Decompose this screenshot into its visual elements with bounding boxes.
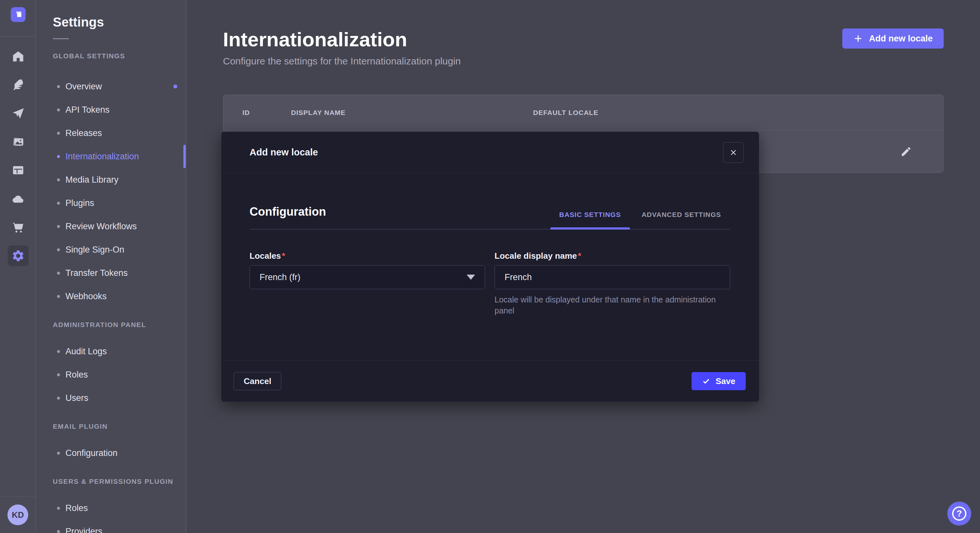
sidebar-item-releases[interactable]: Releases xyxy=(53,121,186,145)
modal-footer: Cancel Save xyxy=(221,360,759,401)
rail-divider-bottom xyxy=(0,497,36,497)
active-indicator xyxy=(183,145,186,168)
settings-tabs: Basic Settings Advanced Settings xyxy=(550,211,730,229)
gear-icon xyxy=(11,249,25,263)
locales-select[interactable]: French (fr) xyxy=(250,265,485,289)
modal-fields: Locales* French (fr) Locale display name… xyxy=(250,251,730,316)
sidebar-item-transfer-tokens[interactable]: Transfer Tokens xyxy=(53,261,186,285)
column-header-default-locale: Default Locale xyxy=(533,109,943,117)
plus-icon xyxy=(853,34,863,43)
edit-locale-button[interactable] xyxy=(900,146,912,158)
sidebar-item-review-workflows[interactable]: Review Workflows xyxy=(53,215,186,238)
tab-advanced-settings[interactable]: Advanced Settings xyxy=(633,211,730,229)
sidebar-item-admin-users[interactable]: Users xyxy=(53,386,186,409)
home-icon[interactable] xyxy=(0,42,36,71)
sidebar-item-plugins[interactable]: Plugins xyxy=(53,191,186,215)
cancel-button[interactable]: Cancel xyxy=(234,372,281,390)
display-name-field: Locale display name* French Locale will … xyxy=(495,251,730,316)
modal-close-button[interactable] xyxy=(723,142,744,163)
column-header-display-name: Display Name xyxy=(291,109,533,117)
sidebar-item-admin-roles[interactable]: Roles xyxy=(53,363,186,386)
sidebar-title: Settings xyxy=(53,14,186,30)
add-new-locale-button[interactable]: Add new locale xyxy=(842,29,944,49)
layout-icon[interactable] xyxy=(0,156,36,185)
bullet-icon xyxy=(57,507,60,510)
notification-dot-icon xyxy=(173,84,177,89)
rail-divider xyxy=(0,36,36,36)
locales-label: Locales* xyxy=(250,251,285,261)
section-label-administration-panel: Administration Panel xyxy=(53,321,186,329)
sidebar-item-overview[interactable]: Overview xyxy=(53,75,186,98)
sidebar-item-internationalization[interactable]: Internationalization xyxy=(53,145,186,168)
section-label-email-plugin: Email Plugin xyxy=(53,423,186,430)
sidebar-item-media-library[interactable]: Media Library xyxy=(53,168,186,191)
section-label-global-settings: Global Settings xyxy=(53,52,186,60)
display-name-helper-text: Locale will be displayed under that name… xyxy=(495,294,724,316)
nav-list-users-permissions: Roles Providers xyxy=(53,497,186,533)
sidebar-item-email-configuration[interactable]: Configuration xyxy=(53,441,186,465)
paper-plane-icon[interactable] xyxy=(0,99,36,128)
bullet-icon xyxy=(57,248,60,251)
display-name-input[interactable]: French xyxy=(495,265,730,289)
nav-list-global: Overview API Tokens Releases Internation… xyxy=(53,75,186,308)
bullet-icon xyxy=(57,272,60,274)
add-new-locale-modal: Add new locale Configuration Basic Setti… xyxy=(221,132,759,401)
section-label-users-permissions: Users & Permissions Plugin xyxy=(53,477,186,485)
strapi-logo-icon xyxy=(13,10,23,19)
user-avatar[interactable]: KD xyxy=(8,504,28,525)
cloud-icon[interactable] xyxy=(0,185,36,213)
locales-select-value: French (fr) xyxy=(259,272,301,282)
locales-field: Locales* French (fr) xyxy=(250,251,485,316)
page-subtitle: Configure the settings for the Internati… xyxy=(223,56,461,67)
marketplace-cart-icon[interactable] xyxy=(0,213,36,241)
nav-list-email: Configuration xyxy=(53,441,186,465)
bullet-icon xyxy=(57,178,60,181)
required-asterisk: * xyxy=(578,251,581,261)
rail-nav xyxy=(0,42,36,270)
sidebar-item-single-sign-on[interactable]: Single Sign-On xyxy=(53,238,186,261)
feather-icon[interactable] xyxy=(0,71,36,99)
configuration-title: Configuration xyxy=(250,205,326,229)
help-button[interactable]: ? xyxy=(947,501,971,525)
icon-rail: KD xyxy=(0,0,36,533)
bullet-icon xyxy=(57,132,60,135)
settings-gear-item[interactable] xyxy=(0,241,36,270)
close-icon xyxy=(730,149,737,156)
sidebar-item-webhooks[interactable]: Webhooks xyxy=(53,285,186,308)
chevron-down-icon xyxy=(467,274,475,280)
sidebar-item-up-providers[interactable]: Providers xyxy=(53,520,186,533)
pencil-icon xyxy=(900,146,912,157)
bullet-icon xyxy=(57,155,60,158)
tab-basic-settings[interactable]: Basic Settings xyxy=(550,211,630,229)
display-name-value: French xyxy=(504,272,532,282)
bullet-icon xyxy=(57,350,60,353)
strapi-logo[interactable] xyxy=(11,7,25,22)
modal-title: Add new locale xyxy=(250,147,318,158)
bullet-icon xyxy=(57,202,60,205)
column-header-id: ID xyxy=(242,109,291,117)
sidebar-title-divider xyxy=(53,38,69,39)
required-asterisk: * xyxy=(282,251,285,261)
bullet-icon xyxy=(57,452,60,455)
modal-header: Add new locale xyxy=(221,132,759,173)
settings-gear-tile xyxy=(8,246,29,266)
question-mark-icon: ? xyxy=(952,506,966,521)
media-library-icon[interactable] xyxy=(0,128,36,156)
save-button[interactable]: Save xyxy=(692,372,746,390)
sidebar-item-api-tokens[interactable]: API Tokens xyxy=(53,98,186,121)
sidebar-item-up-roles[interactable]: Roles xyxy=(53,497,186,520)
page-header: Internationalization Configure the setti… xyxy=(223,29,944,67)
bullet-icon xyxy=(57,295,60,298)
bullet-icon xyxy=(57,530,60,533)
table-header-row: ID Display Name Default Locale xyxy=(223,95,943,130)
nav-list-admin: Audit Logs Roles Users xyxy=(53,339,186,409)
check-icon xyxy=(702,377,710,385)
bullet-icon xyxy=(57,373,60,376)
bullet-icon xyxy=(57,397,60,400)
bullet-icon xyxy=(57,85,60,88)
configuration-header: Configuration Basic Settings Advanced Se… xyxy=(250,205,730,230)
sidebar-item-audit-logs[interactable]: Audit Logs xyxy=(53,339,186,363)
display-name-label: Locale display name* xyxy=(495,251,581,261)
bullet-icon xyxy=(57,225,60,228)
bullet-icon xyxy=(57,108,60,111)
